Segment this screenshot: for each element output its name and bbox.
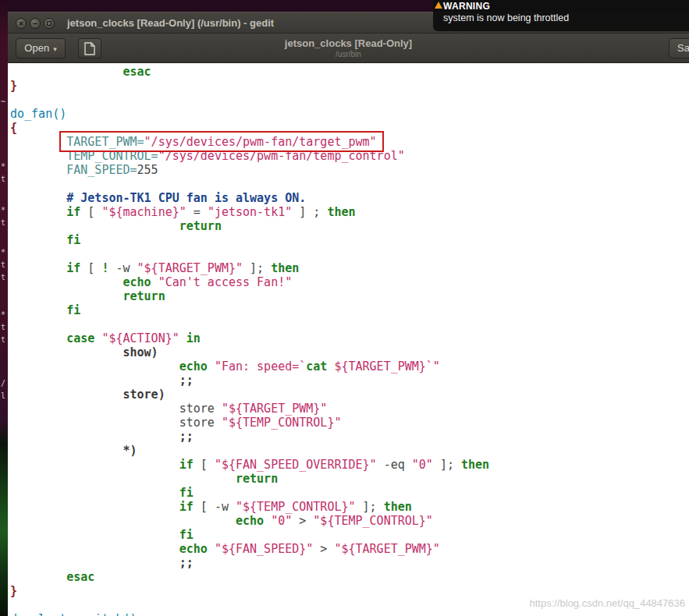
code-line: ;;	[10, 430, 689, 444]
code-line: do_fan()	[10, 107, 689, 121]
code-line: echo "0" > "${TEMP_CONTROL}"	[10, 514, 689, 528]
strip-glyph: t	[1, 273, 5, 281]
toolbar: Open▾ jetson_clocks [Read-Only] /usr/bin…	[8, 34, 689, 63]
notification-toast: WARNING system is now being throttled	[433, 0, 689, 31]
strip-glyph: *	[1, 162, 5, 171]
watermark: https://blog.csdn.net/qq_44847636	[530, 597, 686, 609]
strip-glyph: l	[1, 391, 5, 400]
code-line: esac	[10, 570, 689, 584]
strip-glyph: t	[1, 260, 5, 269]
strip-glyph: *	[1, 248, 5, 257]
code-line: ;;	[10, 373, 689, 388]
code-line: fi	[10, 303, 689, 317]
strip-glyph: t	[1, 175, 5, 183]
strip-glyph: t	[1, 323, 5, 331]
code-line: show)	[10, 345, 689, 359]
code-line: fi	[10, 486, 689, 500]
toolbar-document-path: /usr/bin	[8, 50, 689, 58]
strip-glyph: *	[1, 310, 5, 319]
code-line: do_clusterswitch()	[10, 612, 689, 616]
save-button[interactable]: Save	[669, 38, 689, 58]
code-line: return	[10, 219, 689, 233]
code-line: echo "Can't access Fan!"	[10, 275, 689, 289]
code-line: if [ ! -w "${TARGET_PWM}" ]; then	[10, 261, 689, 275]
save-button-label: Save	[677, 42, 689, 54]
code-line	[10, 93, 689, 107]
annotation-red-box	[59, 131, 384, 152]
code-line: ;;	[10, 556, 689, 570]
code-line	[10, 247, 689, 261]
code-line: if [ "${FAN_SPEED_OVERRIDE}" -eq "0" ]; …	[10, 458, 689, 472]
toolbar-document-title: jetson_clocks [Read-Only]	[8, 37, 689, 49]
close-button[interactable]: ×	[16, 18, 27, 29]
code-line: return	[10, 472, 689, 486]
left-strip: ~*t*t*tt*tt/l	[0, 0, 8, 616]
code-line: store)	[10, 388, 689, 402]
code-line: store "${TARGET_PWM}"	[10, 402, 689, 416]
close-icon: ×	[18, 19, 24, 27]
code-line: if [ "${machine}" = "jetson-tk1" ] ; the…	[10, 205, 689, 219]
code-line: }	[10, 584, 689, 598]
code-line: store "${TEMP_CONTROL}"	[10, 416, 689, 430]
code-line: case "${ACTION}" in	[10, 331, 689, 345]
code-line	[10, 317, 689, 331]
code-line: echo "${FAN_SPEED}" > "${TARGET_PWM}"	[10, 542, 689, 556]
code-line	[10, 177, 689, 191]
strip-glyph: t	[1, 218, 5, 227]
strip-glyph: ~	[1, 97, 5, 106]
notification-message: system is now being throttled	[443, 12, 569, 23]
code-line: # Jetson-TK1 CPU fan is always ON.	[10, 191, 689, 205]
strip-glyph: *	[1, 206, 5, 214]
window-title: jetson_clocks [Read-Only] (/usr/bin) - g…	[67, 17, 274, 29]
minimize-icon: −	[32, 19, 38, 27]
code-line: FAN_SPEED=255	[10, 163, 689, 177]
notification-title: WARNING	[443, 1, 490, 12]
strip-glyph: /	[1, 379, 5, 388]
code-line: echo "Fan: speed=`cat ${TARGET_PWM}`"	[10, 359, 689, 373]
code-line: esac	[10, 65, 689, 79]
minimize-button[interactable]: −	[30, 18, 41, 29]
code-line: }	[10, 79, 689, 93]
code-line: *)	[10, 444, 689, 458]
screen: × − jetson_clocks [Read-Only] (/usr/bin)…	[0, 0, 689, 616]
maximize-button[interactable]	[44, 18, 55, 29]
code-line: fi	[10, 233, 689, 247]
maximize-icon	[47, 21, 51, 26]
code-line: return	[10, 289, 689, 303]
warning-icon	[435, 2, 442, 9]
strip-glyph: t	[1, 335, 5, 344]
code-line: if [ -w "${TEMP_CONTROL}" ]; then	[10, 500, 689, 514]
code-line: fi	[10, 528, 689, 542]
